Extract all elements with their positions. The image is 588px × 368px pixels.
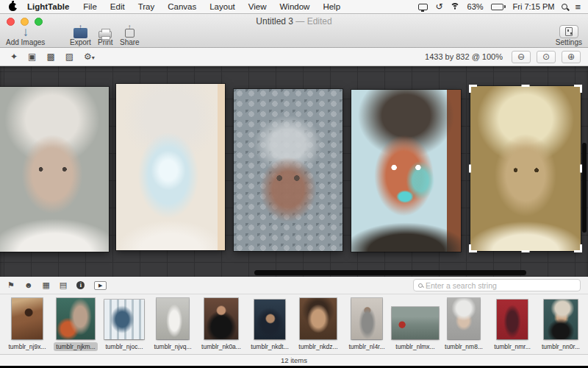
thumbnail-image[interactable] <box>497 300 528 339</box>
thumbnail-image[interactable] <box>204 298 238 339</box>
canvas-size-readout: 1433 by 832 @ 100% <box>425 52 503 61</box>
export-button[interactable]: Export <box>70 24 91 46</box>
apple-menu-icon[interactable] <box>9 3 17 11</box>
add-images-icon: ↓ <box>22 26 29 38</box>
magic-wand-icon[interactable]: ✦ <box>10 52 18 61</box>
display-menu-icon[interactable] <box>418 4 428 10</box>
photo-frame-icon[interactable]: ▩ <box>46 52 54 61</box>
canvas-image-sepia-selected[interactable] <box>470 86 581 251</box>
filmstrip-item[interactable]: tumblr_nkdt... <box>246 294 293 354</box>
canvas-image-original[interactable] <box>0 87 109 252</box>
wifi-icon[interactable] <box>451 3 460 10</box>
share-icon <box>125 29 135 38</box>
photo-effect-icon[interactable]: ▣ <box>28 52 36 61</box>
title-bar: Untitled 3 — Edited ↓ Add Images Export … <box>0 14 588 48</box>
filmstrip-item-selected[interactable]: tumblr_njkm... <box>52 294 99 354</box>
search-field[interactable] <box>413 279 581 291</box>
add-images-button[interactable]: ↓ Add Images <box>6 24 45 46</box>
thumbnail-image[interactable] <box>104 300 144 339</box>
menu-clock[interactable]: Fri 7:15 PM <box>513 2 555 11</box>
menu-file[interactable]: File <box>76 2 104 11</box>
horizontal-scrollbar[interactable] <box>254 270 526 275</box>
filmstrip-item[interactable]: tumblr_nk0a... <box>198 294 245 354</box>
lighttable-window: LightTable File Edit Tray Canvas Layout … <box>0 0 588 368</box>
filmstrip-item[interactable]: tumblr_nm8... <box>440 294 487 354</box>
share-button[interactable]: Share <box>120 24 140 46</box>
filmstrip-item[interactable]: tumblr_nj9x... <box>4 294 51 354</box>
filmstrip-item[interactable]: tumblr_nlmx... <box>392 294 439 354</box>
filmstrip-item[interactable]: tumblr_nkdz... <box>295 294 342 354</box>
zoom-out-button[interactable]: ⊖ <box>512 51 531 63</box>
thumbnail-image[interactable] <box>254 300 285 339</box>
spotlight-icon[interactable] <box>562 4 567 10</box>
battery-icon <box>491 4 506 10</box>
canvas-image-hex-mosaic[interactable] <box>234 89 343 251</box>
light-table-canvas[interactable] <box>0 66 588 277</box>
gear-menu-icon[interactable]: ⚙▾ <box>84 52 95 61</box>
resize-handle-mid-left[interactable] <box>469 165 471 173</box>
item-count: 12 items <box>281 356 307 364</box>
search-icon <box>418 283 423 288</box>
resize-handle-mid-bottom[interactable] <box>522 250 530 252</box>
thumbnail-image[interactable] <box>392 307 439 339</box>
slideshow-play-button[interactable]: ▶ <box>94 281 107 290</box>
settings-icon <box>565 27 573 36</box>
zoom-in-button[interactable]: ⊕ <box>562 51 581 63</box>
export-icon <box>74 28 87 38</box>
filmstrip-item[interactable]: tumblr_njvq... <box>149 294 196 354</box>
settings-button[interactable]: Settings <box>556 24 582 46</box>
time-machine-icon[interactable]: ↺ <box>435 2 442 11</box>
menu-bar: LightTable File Edit Tray Canvas Layout … <box>0 0 588 14</box>
resize-handle-mid-top[interactable] <box>522 85 530 87</box>
footer-toolbar: ⚑ ☻ ▦ ▤ i ▶ <box>0 277 588 294</box>
search-input[interactable] <box>426 281 576 290</box>
thumbnail-image[interactable] <box>448 298 480 339</box>
menu-edit[interactable]: Edit <box>104 2 132 11</box>
halftone-icon[interactable]: ▨ <box>65 52 74 61</box>
canvas-image-solarized[interactable] <box>351 90 461 252</box>
canvas-image-negative[interactable] <box>116 84 225 250</box>
menu-canvas[interactable]: Canvas <box>161 2 203 11</box>
print-icon <box>98 31 112 38</box>
edited-badge: — Edited <box>293 16 332 26</box>
grid-view-icon[interactable]: ▦ <box>42 281 49 289</box>
filter-tags-icon[interactable]: ⚑ <box>7 281 15 289</box>
vertical-scrollbar[interactable] <box>582 143 587 233</box>
thumbnail-image[interactable] <box>157 298 189 339</box>
menu-view[interactable]: View <box>242 2 273 11</box>
filmstrip-item[interactable]: tumblr_nl4r... <box>343 294 390 354</box>
menu-layout[interactable]: Layout <box>203 2 242 11</box>
thumbnail-image[interactable] <box>300 298 337 339</box>
resize-handle-bottom-right[interactable] <box>574 244 582 252</box>
resize-handle-bottom-left[interactable] <box>469 244 477 252</box>
app-menu[interactable]: LightTable <box>27 2 76 11</box>
list-view-icon[interactable]: ▤ <box>60 281 67 289</box>
resize-handle-top-right[interactable] <box>574 85 582 93</box>
filmstrip-item[interactable]: tumblr_njoc... <box>101 294 148 354</box>
battery-percent: 63% <box>467 2 484 11</box>
filmstrip: tumblr_nj9x... tumblr_njkm... tumblr_njo… <box>0 294 588 354</box>
people-icon[interactable]: ☻ <box>24 281 33 289</box>
thumbnail-image[interactable] <box>544 300 578 339</box>
print-button[interactable]: Print <box>98 24 113 46</box>
thumbnail-image[interactable] <box>57 298 95 339</box>
zoom-actual-size-button[interactable]: ⊙ <box>537 51 556 63</box>
menu-tray[interactable]: Tray <box>132 2 162 11</box>
thumbnail-image[interactable] <box>351 298 382 339</box>
filmstrip-item[interactable]: tumblr_nn0r... <box>537 294 584 354</box>
thumbnail-image[interactable] <box>12 298 43 339</box>
status-bar: 12 items <box>0 354 588 366</box>
resize-handle-top-left[interactable] <box>469 85 477 93</box>
menu-help[interactable]: Help <box>316 2 347 11</box>
notification-center-icon[interactable]: ≡ <box>575 2 581 12</box>
view-bar: ✦ ▣ ▩ ▨ ⚙▾ 1433 by 832 @ 100% ⊖ ⊙ ⊕ <box>0 48 588 66</box>
menu-window[interactable]: Window <box>273 2 316 11</box>
filmstrip-item[interactable]: tumblr_nmr... <box>489 294 536 354</box>
info-icon[interactable]: i <box>76 281 85 289</box>
